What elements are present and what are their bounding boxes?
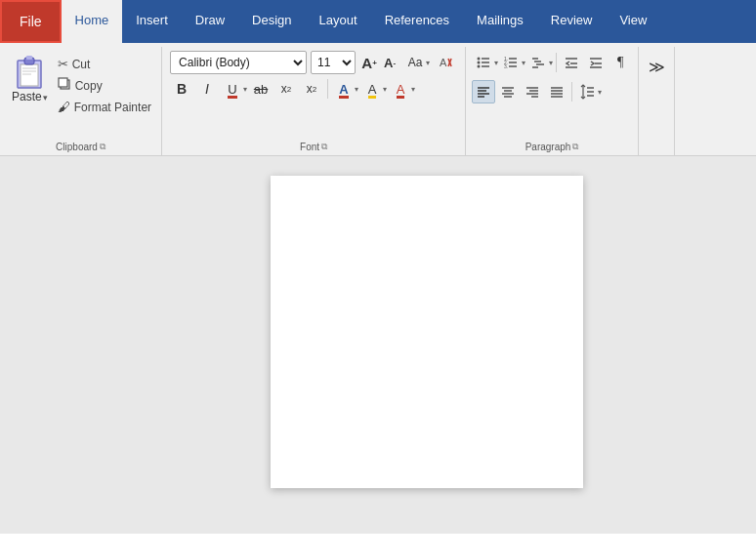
paste-icon: [12, 53, 47, 92]
tab-review[interactable]: Review: [537, 0, 607, 43]
show-marks-button[interactable]: ¶: [609, 51, 632, 74]
underline-button[interactable]: U: [221, 77, 244, 101]
copy-icon: [58, 77, 71, 94]
paragraph-group: ▾ 1. 2. 3. ▾: [466, 47, 639, 155]
bullets-button[interactable]: [472, 51, 495, 74]
font-shrink-button[interactable]: A-: [380, 51, 399, 74]
paste-button[interactable]: Paste ▾: [6, 51, 54, 105]
svg-point-14: [478, 62, 481, 64]
align-center-button[interactable]: [496, 80, 520, 103]
document-page[interactable]: [271, 176, 583, 488]
font-color-button[interactable]: A: [332, 77, 356, 101]
align-left-icon: [476, 84, 491, 100]
change-case-button[interactable]: Aa: [403, 51, 427, 74]
numbering-container: 1. 2. 3. ▾: [499, 51, 525, 74]
format-painter-label: Format Painter: [74, 101, 151, 114]
underline-icon: U: [228, 82, 236, 97]
align-center-icon: [500, 84, 516, 100]
para-row2: ▾: [472, 80, 602, 103]
svg-rect-1: [21, 64, 38, 86]
decrease-indent-button[interactable]: [560, 51, 583, 74]
numbering-icon: 1. 2. 3.: [503, 55, 519, 70]
cut-label: Cut: [72, 58, 91, 71]
paste-dropdown-arrow: ▾: [43, 93, 48, 103]
numbering-button[interactable]: 1. 2. 3.: [499, 51, 523, 74]
align-right-icon: [525, 84, 540, 100]
increase-indent-icon: [588, 55, 604, 70]
increase-indent-button[interactable]: [584, 51, 608, 74]
tab-references[interactable]: References: [371, 0, 463, 43]
text-color-icon: A: [397, 82, 405, 97]
para-divider1: [556, 53, 557, 72]
bullets-container: ▾: [472, 51, 498, 74]
bullets-arrow: ▾: [494, 59, 498, 67]
decrease-indent-icon: [564, 55, 579, 70]
clear-format-button[interactable]: A: [434, 51, 457, 74]
paragraph-group-label: Paragraph ⧉: [472, 140, 632, 153]
multilevel-button[interactable]: [526, 51, 550, 74]
text-color-arrow: ▾: [411, 85, 415, 94]
bullets-icon: [476, 55, 491, 70]
justify-button[interactable]: [545, 80, 568, 103]
clipboard-group-label: Clipboard ⧉: [6, 140, 155, 153]
font-divider: [327, 79, 328, 99]
line-spacing-button[interactable]: [575, 80, 599, 103]
highlight-arrow: ▾: [383, 85, 387, 94]
svg-rect-3: [26, 56, 32, 60]
line-spacing-icon: [579, 84, 595, 100]
font-group-label: Font ⧉: [170, 140, 457, 153]
copy-label: Copy: [75, 79, 103, 93]
clipboard-expander[interactable]: ⧉: [100, 142, 105, 152]
cut-button[interactable]: ✂ Cut: [54, 55, 155, 73]
change-case-arrow: ▾: [426, 59, 430, 67]
paragraph-expander[interactable]: ⧉: [572, 142, 578, 152]
superscript-button[interactable]: x2: [300, 77, 323, 101]
font-expander[interactable]: ⧉: [321, 142, 327, 152]
align-left-button[interactable]: [472, 80, 495, 103]
font-size-select[interactable]: 11 8910 121416 182436: [311, 51, 356, 74]
font-color-container: A ▾: [332, 77, 358, 101]
highlight-icon: A: [368, 82, 377, 97]
clipboard-group: Paste ▾ ✂ Cut Copy: [0, 47, 162, 155]
clear-format-icon: A: [439, 56, 452, 69]
strikethrough-button[interactable]: ab: [249, 77, 273, 101]
underline-container: U ▾: [221, 77, 247, 101]
overflow-group: ≫: [639, 47, 675, 155]
font-row1: Calibri (Body) 11 8910 121416 182436 A+ …: [170, 51, 457, 74]
tab-home[interactable]: Home: [62, 0, 123, 43]
font-color-icon: A: [339, 82, 348, 97]
svg-point-12: [478, 58, 481, 61]
multilevel-container: ▾: [526, 51, 553, 74]
bold-button[interactable]: B: [170, 77, 193, 101]
highlight-button[interactable]: A: [360, 77, 384, 101]
tab-file[interactable]: File: [0, 0, 62, 43]
tab-mailings[interactable]: Mailings: [463, 0, 537, 43]
clipboard-right: ✂ Cut Copy 🖌 Format Painter: [54, 51, 155, 116]
tab-insert[interactable]: Insert: [122, 0, 182, 43]
ribbon-overflow-button[interactable]: ≫: [645, 55, 668, 78]
document-area: [0, 156, 756, 533]
tab-draw[interactable]: Draw: [182, 0, 238, 43]
align-right-button[interactable]: [521, 80, 544, 103]
text-color-button[interactable]: A: [389, 77, 412, 101]
line-spacing-container: ▾: [575, 80, 602, 103]
numbering-arrow: ▾: [522, 59, 525, 67]
font-group: Calibri (Body) 11 8910 121416 182436 A+ …: [162, 47, 466, 155]
para-divider2: [571, 82, 572, 102]
tab-view[interactable]: View: [606, 0, 660, 43]
font-size-buttons: A+ A-: [359, 51, 399, 74]
italic-button[interactable]: I: [195, 77, 219, 101]
tab-layout[interactable]: Layout: [306, 0, 371, 43]
tab-design[interactable]: Design: [238, 0, 305, 43]
highlight-container: A ▾: [360, 77, 387, 101]
cut-icon: ✂: [58, 57, 68, 71]
copy-button[interactable]: Copy: [54, 75, 155, 96]
format-painter-button[interactable]: 🖌 Format Painter: [54, 98, 155, 116]
font-grow-button[interactable]: A+: [359, 51, 379, 74]
format-painter-icon: 🖌: [58, 100, 70, 114]
font-name-select[interactable]: Calibri (Body): [170, 51, 307, 74]
subscript-button[interactable]: x2: [274, 77, 298, 101]
change-case-container: Aa ▾: [403, 51, 430, 74]
paste-label: Paste: [12, 90, 42, 103]
para-row1: ▾ 1. 2. 3. ▾: [472, 51, 632, 74]
